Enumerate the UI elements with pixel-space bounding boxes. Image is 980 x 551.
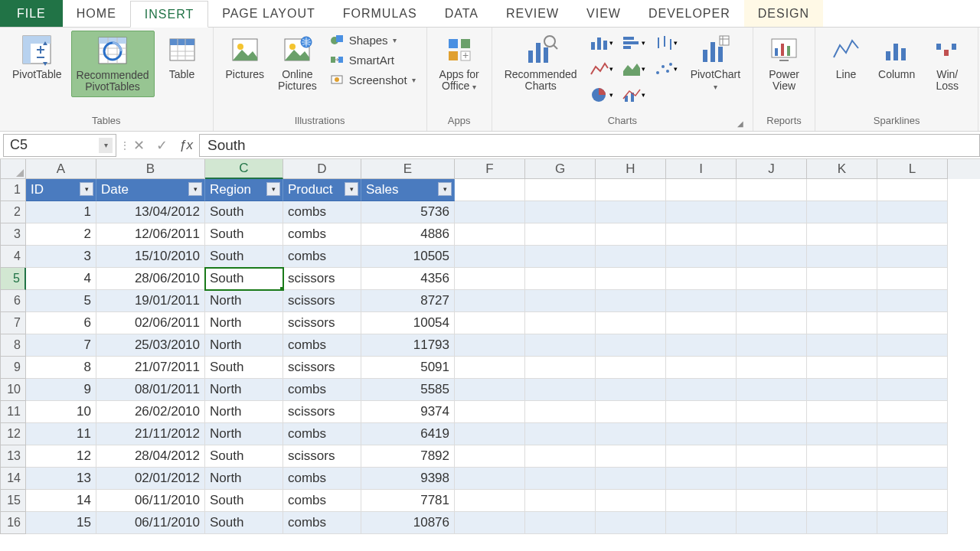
screenshot-button[interactable]: Screenshot ▾	[326, 70, 419, 89]
line-chart-button[interactable]: ▾	[586, 57, 617, 81]
cell[interactable]	[525, 312, 596, 334]
cell[interactable]	[877, 223, 948, 246]
scatter-chart-button[interactable]: ▾	[651, 57, 681, 81]
cell[interactable]: scissors	[283, 290, 361, 312]
cell[interactable]	[737, 201, 807, 223]
cell[interactable]	[455, 201, 525, 223]
cell[interactable]: 10876	[361, 512, 455, 534]
tab-formulas[interactable]: FORMULAS	[329, 0, 431, 27]
cell[interactable]	[807, 423, 877, 445]
row-header-7[interactable]: 7	[0, 312, 26, 334]
cell[interactable]	[737, 401, 807, 423]
cell[interactable]	[666, 312, 737, 334]
cell[interactable]	[455, 357, 525, 379]
row-header-2[interactable]: 2	[0, 201, 26, 223]
cell[interactable]: scissors	[283, 401, 361, 423]
cell[interactable]: 9398	[361, 468, 455, 490]
cell[interactable]: 7	[26, 334, 96, 357]
cell[interactable]: 5091	[361, 357, 455, 379]
cell[interactable]	[596, 423, 666, 445]
cell[interactable]	[877, 490, 948, 512]
cell[interactable]: 26/02/2010	[96, 401, 205, 423]
cell[interactable]	[877, 401, 948, 423]
cell[interactable]: North	[205, 401, 283, 423]
row-header-8[interactable]: 8	[0, 334, 26, 357]
cell[interactable]: 15	[26, 512, 96, 534]
cell[interactable]: 19/01/2011	[96, 290, 205, 312]
cell[interactable]	[807, 334, 877, 357]
row-header-1[interactable]: 1	[0, 179, 26, 201]
cell[interactable]	[807, 223, 877, 246]
col-header-A[interactable]: A	[26, 159, 96, 179]
filter-date[interactable]: ▾	[188, 182, 202, 196]
cell[interactable]: 5736	[361, 201, 455, 223]
cell[interactable]	[666, 445, 737, 468]
cell[interactable]	[666, 401, 737, 423]
combo-chart-button[interactable]: ▾	[619, 83, 649, 107]
col-header-C[interactable]: C	[205, 159, 283, 179]
cell[interactable]: 5	[26, 290, 96, 312]
cell[interactable]	[877, 334, 948, 357]
cell[interactable]	[596, 334, 666, 357]
recommended-pivot-tables-button[interactable]: RecommendedPivotTables	[71, 31, 155, 97]
header-id[interactable]: ID▾	[26, 179, 96, 201]
cell[interactable]	[877, 512, 948, 534]
cell[interactable]: scissors	[283, 312, 361, 334]
col-header-G[interactable]: G	[525, 159, 596, 179]
cell[interactable]	[666, 512, 737, 534]
filter-product[interactable]: ▾	[345, 182, 358, 196]
select-all-button[interactable]	[0, 159, 26, 179]
row-header-13[interactable]: 13	[0, 445, 26, 468]
name-box[interactable]: C5 ▾	[3, 134, 116, 157]
cell[interactable]	[525, 512, 596, 534]
cell[interactable]: 21/07/2011	[96, 357, 205, 379]
cell[interactable]	[525, 401, 596, 423]
cell[interactable]: 5585	[361, 379, 455, 401]
cell[interactable]: North	[205, 312, 283, 334]
cell[interactable]: 2	[26, 223, 96, 246]
cell[interactable]	[455, 490, 525, 512]
tab-data[interactable]: DATA	[431, 0, 492, 27]
cell[interactable]: South	[205, 357, 283, 379]
cell[interactable]	[525, 357, 596, 379]
cell[interactable]	[807, 512, 877, 534]
cell[interactable]: 28/04/2012	[96, 445, 205, 468]
cell[interactable]	[596, 312, 666, 334]
tab-page-layout[interactable]: PAGE LAYOUT	[208, 0, 329, 27]
shapes-button[interactable]: Shapes ▾	[326, 31, 419, 49]
cell[interactable]	[525, 201, 596, 223]
pie-chart-button[interactable]: ▾	[586, 83, 617, 107]
row-header-5[interactable]: 5	[0, 268, 26, 290]
cell[interactable]	[525, 334, 596, 357]
cell[interactable]	[737, 512, 807, 534]
col-header-L[interactable]: L	[877, 159, 948, 179]
cell[interactable]: 1	[26, 201, 96, 223]
cell[interactable]	[596, 490, 666, 512]
cell[interactable]	[877, 246, 948, 268]
cell[interactable]	[737, 290, 807, 312]
cell[interactable]	[596, 379, 666, 401]
cell[interactable]	[737, 246, 807, 268]
cell[interactable]	[807, 468, 877, 490]
tab-view[interactable]: VIEW	[573, 0, 635, 27]
online-pictures-button[interactable]: OnlinePictures	[273, 31, 322, 96]
cell[interactable]: 13	[26, 468, 96, 490]
cell[interactable]: 4356	[361, 268, 455, 290]
cell[interactable]	[596, 357, 666, 379]
pictures-button[interactable]: Pictures	[221, 31, 270, 83]
cell[interactable]: scissors	[283, 268, 361, 290]
cell[interactable]	[877, 357, 948, 379]
cell[interactable]	[877, 423, 948, 445]
cell[interactable]	[877, 379, 948, 401]
cell[interactable]	[596, 201, 666, 223]
cell[interactable]	[455, 445, 525, 468]
cell[interactable]	[455, 423, 525, 445]
filter-region[interactable]: ▾	[266, 182, 280, 196]
col-header-E[interactable]: E	[361, 159, 455, 179]
row-header-6[interactable]: 6	[0, 290, 26, 312]
filter-sales[interactable]: ▾	[438, 182, 452, 196]
cell[interactable]	[877, 268, 948, 290]
area-chart-button[interactable]: ▾	[619, 57, 649, 81]
cell[interactable]	[807, 357, 877, 379]
sparkline-column-button[interactable]: Column	[874, 31, 920, 83]
